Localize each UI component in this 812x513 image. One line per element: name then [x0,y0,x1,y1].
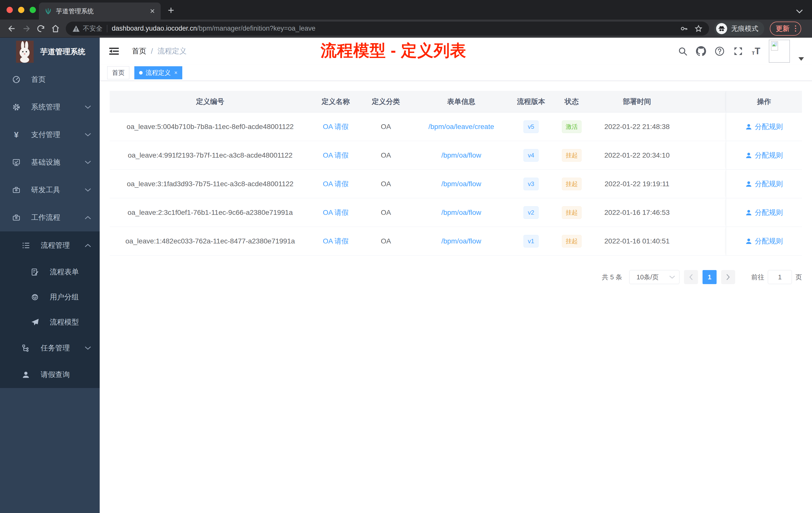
search-icon[interactable] [678,47,688,56]
assign-rule-button[interactable]: 分配规则 [726,113,802,141]
window-close-button[interactable] [6,7,13,13]
url-security-label[interactable]: 不安全 [83,24,103,33]
definition-id: oa_leave:3:1fad3d93-7b75-11ec-a3c8-acde4… [110,170,311,198]
goto-page-input[interactable]: 1 [768,270,792,284]
sidebar-item-home[interactable]: 首页 [0,66,100,93]
toolbox-icon [12,186,21,194]
tag-home[interactable]: 首页 [107,66,129,79]
sidebar-item-leave-query[interactable]: 请假查询 [0,361,100,388]
form-info-link[interactable]: /bpm/oa/leave/create [428,123,494,131]
sidebar-item-user-group[interactable]: 用户分组 [0,284,100,310]
page-size-select[interactable]: 10条/页 [629,270,679,284]
tab-search-chevron-icon[interactable] [796,9,803,13]
next-page-button[interactable] [721,270,735,284]
tag-label: 首页 [112,68,124,77]
definition-name-link[interactable]: OA 请假 [323,179,349,189]
sidebar-item-process-form[interactable]: 流程表单 [0,260,100,284]
tab-title: 芋道管理系统 [56,7,147,15]
column-header-actions: 操作 [726,91,802,112]
sidebar-item-process-model[interactable]: 流程模型 [0,310,100,335]
table-row: oa_leave:4:991f2193-7b7f-11ec-a3c8-acde4… [110,141,802,170]
window-zoom-button[interactable] [30,7,36,13]
sidebar-item-label: 用户分组 [50,292,91,302]
table-header-row: 定义编号 定义名称 定义分类 表单信息 流程版本 状态 部署时间 操作 [110,91,802,113]
form-info-link[interactable]: /bpm/oa/flow [441,151,481,159]
deploy-time: 2022-01-16 01:40:51 [593,227,681,255]
assign-rule-button[interactable]: 分配规则 [726,170,802,198]
kebab-menu-icon[interactable] [794,24,797,33]
github-icon[interactable] [696,46,706,56]
sidebar-item-label: 首页 [31,74,91,85]
status-badge: 挂起 [562,235,581,247]
update-label[interactable]: 更新 [776,24,789,33]
person-icon [22,371,30,379]
definition-id: oa_leave:2:3c1f0ef1-76b1-11ec-9c66-a2380… [110,198,311,227]
yen-icon: ¥ [12,130,21,140]
help-icon[interactable] [715,46,725,56]
definition-name-link[interactable]: OA 请假 [323,151,349,160]
assign-rule-button[interactable]: 分配规则 [726,198,802,227]
browser-window: 芋道管理系统 不安全 d [0,0,812,513]
page-number-button[interactable]: 1 [702,270,717,284]
tab-close-icon[interactable] [150,8,155,14]
url-bar[interactable]: 不安全 dashboard.yudao.iocoder.cn/bpm/manag… [66,22,709,36]
chevron-down-icon [85,346,91,350]
avatar[interactable] [769,40,790,63]
monitor-icon [12,158,21,167]
prev-page-button[interactable] [684,270,698,284]
sidebar-item-payment[interactable]: ¥ 支付管理 [0,121,100,149]
deploy-time: 2022-01-16 17:46:53 [593,198,681,227]
form-info-link[interactable]: /bpm/oa/flow [441,209,481,217]
breadcrumb-current: 流程定义 [157,46,186,56]
gear-icon [12,103,21,111]
sidebar-logo[interactable]: 芋道管理系统 [0,38,100,66]
bookmark-star-icon[interactable] [695,25,702,33]
sidebar-item-devtools[interactable]: 研发工具 [0,176,100,204]
fullscreen-icon[interactable] [733,46,743,56]
forward-button[interactable] [19,21,34,36]
font-size-icon[interactable]: тT [752,47,760,56]
new-tab-button[interactable] [167,6,175,14]
table-row: oa_leave:3:1fad3d93-7b75-11ec-a3c8-acde4… [110,170,802,198]
window-controls[interactable] [6,7,36,13]
window-minimize-button[interactable] [18,7,24,13]
sidebar-item-label: 支付管理 [31,130,85,140]
user-group-icon [31,293,39,301]
paper-plane-icon [31,318,39,326]
assign-rule-button[interactable]: 分配规则 [726,227,802,255]
reload-button[interactable] [34,21,48,36]
assign-rule-button[interactable]: 分配规则 [726,141,802,170]
tag-close-icon[interactable]: × [174,69,177,76]
favicon-plant-icon [45,7,52,15]
home-button[interactable] [48,21,63,36]
definition-category: OA [361,141,411,170]
browser-update-menu[interactable]: 更新 [770,22,801,36]
sidebar-item-process-management[interactable]: 流程管理 [0,232,100,260]
chevron-down-icon [669,275,675,279]
column-header: 定义分类 [361,91,411,112]
breadcrumb-home[interactable]: 首页 [132,46,146,56]
browser-tab-strip: 芋道管理系统 [0,0,812,20]
tag-process-definition[interactable]: 流程定义 × [134,66,182,79]
breadcrumb: 首页 / 流程定义 [132,46,186,56]
sidebar-item-task-management[interactable]: 任务管理 [0,335,100,361]
sidebar-item-system[interactable]: 系统管理 [0,93,100,121]
url-host: dashboard.yudao.iocoder.cn [112,25,197,32]
sidebar-item-infrastructure[interactable]: 基础设施 [0,149,100,176]
form-info-link[interactable]: /bpm/oa/flow [441,180,481,188]
definition-name-link[interactable]: OA 请假 [323,122,349,131]
definition-name-link[interactable]: OA 请假 [323,236,349,246]
sidebar-item-label: 流程表单 [50,267,91,277]
password-key-icon[interactable] [680,25,688,33]
sidebar-fold-icon[interactable] [108,46,120,57]
sidebar-item-workflow[interactable]: 工作流程 [0,204,100,232]
browser-tab[interactable]: 芋道管理系统 [39,2,161,20]
sidebar-item-label: 系统管理 [31,102,85,112]
avatar-dropdown-caret-icon[interactable] [799,57,804,61]
form-edit-icon [31,268,39,276]
table-row: oa_leave:2:3c1f0ef1-76b1-11ec-9c66-a2380… [110,198,802,227]
form-info-link[interactable]: /bpm/oa/flow [441,237,481,245]
definition-name-link[interactable]: OA 请假 [323,208,349,217]
column-header-filler [681,91,724,112]
back-button[interactable] [4,21,19,36]
